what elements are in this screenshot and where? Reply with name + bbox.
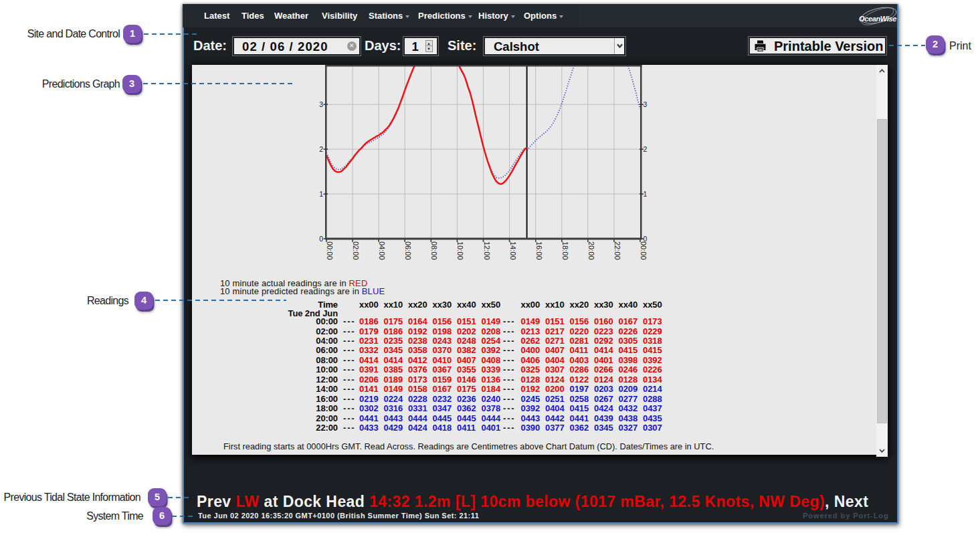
svg-text:08:00: 08:00 — [430, 241, 438, 260]
svg-text:04:00: 04:00 — [378, 241, 386, 260]
svg-text:00:00: 00:00 — [326, 241, 334, 260]
svg-text:20:00: 20:00 — [587, 241, 595, 260]
svg-text:02:00: 02:00 — [352, 241, 360, 260]
svg-text:10:00: 10:00 — [456, 241, 464, 260]
svg-text:2: 2 — [644, 145, 648, 153]
svg-text:3: 3 — [644, 100, 648, 108]
svg-text:0: 0 — [319, 235, 323, 243]
svg-text:12:00: 12:00 — [483, 241, 491, 260]
svg-text:2: 2 — [319, 145, 323, 153]
svg-text:3: 3 — [319, 100, 323, 108]
svg-text:00:00: 00:00 — [640, 241, 648, 260]
svg-text:1: 1 — [644, 190, 648, 198]
svg-text:16:00: 16:00 — [535, 241, 543, 260]
svg-text:14:00: 14:00 — [509, 241, 517, 260]
svg-text:1: 1 — [319, 190, 323, 198]
svg-text:06:00: 06:00 — [404, 241, 412, 260]
svg-text:22:00: 22:00 — [613, 241, 621, 260]
svg-text:18:00: 18:00 — [561, 241, 569, 260]
